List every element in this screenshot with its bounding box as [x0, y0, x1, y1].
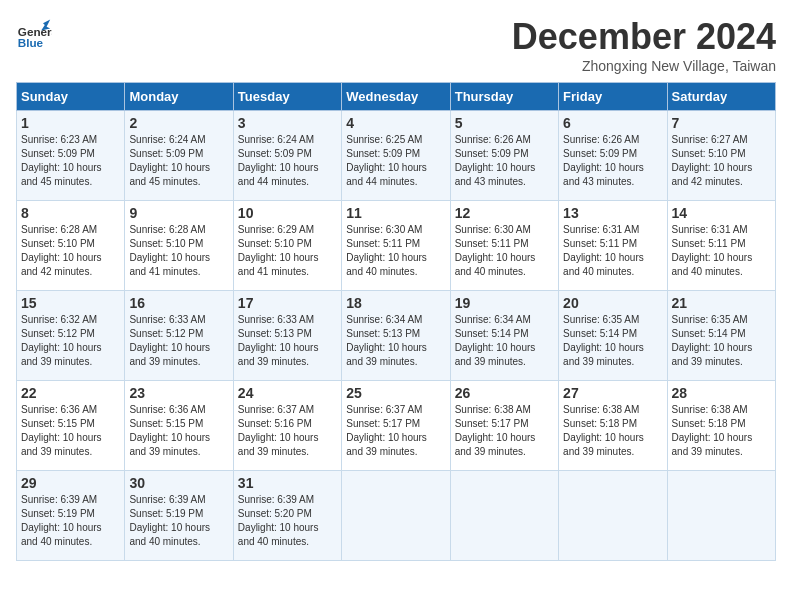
- page-header: General Blue December 2024 Zhongxing New…: [16, 16, 776, 74]
- logo-bird-icon: General Blue: [16, 16, 52, 52]
- calendar-cell: 24Sunrise: 6:37 AMSunset: 5:16 PMDayligh…: [233, 381, 341, 471]
- cell-content: Sunrise: 6:24 AMSunset: 5:09 PMDaylight:…: [129, 133, 228, 189]
- day-number: 30: [129, 475, 228, 491]
- calendar-cell: 26Sunrise: 6:38 AMSunset: 5:17 PMDayligh…: [450, 381, 558, 471]
- header-monday: Monday: [125, 83, 233, 111]
- day-number: 14: [672, 205, 771, 221]
- title-block: December 2024 Zhongxing New Village, Tai…: [512, 16, 776, 74]
- calendar-cell: 13Sunrise: 6:31 AMSunset: 5:11 PMDayligh…: [559, 201, 667, 291]
- calendar-cell: 30Sunrise: 6:39 AMSunset: 5:19 PMDayligh…: [125, 471, 233, 561]
- cell-content: Sunrise: 6:34 AMSunset: 5:13 PMDaylight:…: [346, 313, 445, 369]
- calendar-cell: 17Sunrise: 6:33 AMSunset: 5:13 PMDayligh…: [233, 291, 341, 381]
- cell-content: Sunrise: 6:38 AMSunset: 5:17 PMDaylight:…: [455, 403, 554, 459]
- cell-content: Sunrise: 6:27 AMSunset: 5:10 PMDaylight:…: [672, 133, 771, 189]
- day-number: 19: [455, 295, 554, 311]
- calendar-cell: 29Sunrise: 6:39 AMSunset: 5:19 PMDayligh…: [17, 471, 125, 561]
- calendar-cell: [559, 471, 667, 561]
- day-number: 6: [563, 115, 662, 131]
- calendar-header: SundayMondayTuesdayWednesdayThursdayFrid…: [17, 83, 776, 111]
- calendar-cell: 19Sunrise: 6:34 AMSunset: 5:14 PMDayligh…: [450, 291, 558, 381]
- cell-content: Sunrise: 6:35 AMSunset: 5:14 PMDaylight:…: [672, 313, 771, 369]
- day-number: 23: [129, 385, 228, 401]
- calendar-cell: 31Sunrise: 6:39 AMSunset: 5:20 PMDayligh…: [233, 471, 341, 561]
- calendar-cell: 23Sunrise: 6:36 AMSunset: 5:15 PMDayligh…: [125, 381, 233, 471]
- day-number: 1: [21, 115, 120, 131]
- cell-content: Sunrise: 6:30 AMSunset: 5:11 PMDaylight:…: [346, 223, 445, 279]
- cell-content: Sunrise: 6:38 AMSunset: 5:18 PMDaylight:…: [563, 403, 662, 459]
- calendar-cell: 3Sunrise: 6:24 AMSunset: 5:09 PMDaylight…: [233, 111, 341, 201]
- day-number: 18: [346, 295, 445, 311]
- day-number: 26: [455, 385, 554, 401]
- day-number: 11: [346, 205, 445, 221]
- cell-content: Sunrise: 6:32 AMSunset: 5:12 PMDaylight:…: [21, 313, 120, 369]
- calendar-cell: 4Sunrise: 6:25 AMSunset: 5:09 PMDaylight…: [342, 111, 450, 201]
- day-number: 7: [672, 115, 771, 131]
- cell-content: Sunrise: 6:39 AMSunset: 5:20 PMDaylight:…: [238, 493, 337, 549]
- day-number: 21: [672, 295, 771, 311]
- day-number: 22: [21, 385, 120, 401]
- day-number: 12: [455, 205, 554, 221]
- header-thursday: Thursday: [450, 83, 558, 111]
- calendar-cell: 27Sunrise: 6:38 AMSunset: 5:18 PMDayligh…: [559, 381, 667, 471]
- cell-content: Sunrise: 6:23 AMSunset: 5:09 PMDaylight:…: [21, 133, 120, 189]
- cell-content: Sunrise: 6:31 AMSunset: 5:11 PMDaylight:…: [563, 223, 662, 279]
- calendar-cell: 9Sunrise: 6:28 AMSunset: 5:10 PMDaylight…: [125, 201, 233, 291]
- week-row: 22Sunrise: 6:36 AMSunset: 5:15 PMDayligh…: [17, 381, 776, 471]
- week-row: 15Sunrise: 6:32 AMSunset: 5:12 PMDayligh…: [17, 291, 776, 381]
- calendar-cell: [342, 471, 450, 561]
- day-number: 25: [346, 385, 445, 401]
- calendar-cell: 21Sunrise: 6:35 AMSunset: 5:14 PMDayligh…: [667, 291, 775, 381]
- day-number: 17: [238, 295, 337, 311]
- cell-content: Sunrise: 6:30 AMSunset: 5:11 PMDaylight:…: [455, 223, 554, 279]
- calendar-cell: [667, 471, 775, 561]
- day-number: 20: [563, 295, 662, 311]
- cell-content: Sunrise: 6:39 AMSunset: 5:19 PMDaylight:…: [21, 493, 120, 549]
- calendar-cell: 7Sunrise: 6:27 AMSunset: 5:10 PMDaylight…: [667, 111, 775, 201]
- cell-content: Sunrise: 6:29 AMSunset: 5:10 PMDaylight:…: [238, 223, 337, 279]
- day-number: 15: [21, 295, 120, 311]
- calendar-cell: 12Sunrise: 6:30 AMSunset: 5:11 PMDayligh…: [450, 201, 558, 291]
- day-number: 24: [238, 385, 337, 401]
- day-number: 10: [238, 205, 337, 221]
- cell-content: Sunrise: 6:24 AMSunset: 5:09 PMDaylight:…: [238, 133, 337, 189]
- cell-content: Sunrise: 6:28 AMSunset: 5:10 PMDaylight:…: [21, 223, 120, 279]
- day-number: 29: [21, 475, 120, 491]
- cell-content: Sunrise: 6:36 AMSunset: 5:15 PMDaylight:…: [129, 403, 228, 459]
- day-number: 3: [238, 115, 337, 131]
- cell-content: Sunrise: 6:34 AMSunset: 5:14 PMDaylight:…: [455, 313, 554, 369]
- location: Zhongxing New Village, Taiwan: [512, 58, 776, 74]
- week-row: 29Sunrise: 6:39 AMSunset: 5:19 PMDayligh…: [17, 471, 776, 561]
- calendar-cell: 10Sunrise: 6:29 AMSunset: 5:10 PMDayligh…: [233, 201, 341, 291]
- calendar-cell: 11Sunrise: 6:30 AMSunset: 5:11 PMDayligh…: [342, 201, 450, 291]
- header-saturday: Saturday: [667, 83, 775, 111]
- cell-content: Sunrise: 6:26 AMSunset: 5:09 PMDaylight:…: [563, 133, 662, 189]
- svg-text:Blue: Blue: [18, 36, 44, 49]
- calendar-cell: 18Sunrise: 6:34 AMSunset: 5:13 PMDayligh…: [342, 291, 450, 381]
- week-row: 1Sunrise: 6:23 AMSunset: 5:09 PMDaylight…: [17, 111, 776, 201]
- header-wednesday: Wednesday: [342, 83, 450, 111]
- calendar-cell: [450, 471, 558, 561]
- calendar-cell: 6Sunrise: 6:26 AMSunset: 5:09 PMDaylight…: [559, 111, 667, 201]
- cell-content: Sunrise: 6:37 AMSunset: 5:17 PMDaylight:…: [346, 403, 445, 459]
- header-tuesday: Tuesday: [233, 83, 341, 111]
- calendar-cell: 22Sunrise: 6:36 AMSunset: 5:15 PMDayligh…: [17, 381, 125, 471]
- calendar-cell: 5Sunrise: 6:26 AMSunset: 5:09 PMDaylight…: [450, 111, 558, 201]
- calendar-cell: 15Sunrise: 6:32 AMSunset: 5:12 PMDayligh…: [17, 291, 125, 381]
- week-row: 8Sunrise: 6:28 AMSunset: 5:10 PMDaylight…: [17, 201, 776, 291]
- month-title: December 2024: [512, 16, 776, 58]
- cell-content: Sunrise: 6:37 AMSunset: 5:16 PMDaylight:…: [238, 403, 337, 459]
- day-number: 27: [563, 385, 662, 401]
- day-number: 8: [21, 205, 120, 221]
- calendar-cell: 2Sunrise: 6:24 AMSunset: 5:09 PMDaylight…: [125, 111, 233, 201]
- cell-content: Sunrise: 6:38 AMSunset: 5:18 PMDaylight:…: [672, 403, 771, 459]
- calendar-table: SundayMondayTuesdayWednesdayThursdayFrid…: [16, 82, 776, 561]
- calendar-cell: 16Sunrise: 6:33 AMSunset: 5:12 PMDayligh…: [125, 291, 233, 381]
- cell-content: Sunrise: 6:33 AMSunset: 5:12 PMDaylight:…: [129, 313, 228, 369]
- day-number: 28: [672, 385, 771, 401]
- calendar-cell: 20Sunrise: 6:35 AMSunset: 5:14 PMDayligh…: [559, 291, 667, 381]
- cell-content: Sunrise: 6:28 AMSunset: 5:10 PMDaylight:…: [129, 223, 228, 279]
- logo: General Blue: [16, 16, 52, 52]
- calendar-cell: 25Sunrise: 6:37 AMSunset: 5:17 PMDayligh…: [342, 381, 450, 471]
- calendar-cell: 1Sunrise: 6:23 AMSunset: 5:09 PMDaylight…: [17, 111, 125, 201]
- cell-content: Sunrise: 6:39 AMSunset: 5:19 PMDaylight:…: [129, 493, 228, 549]
